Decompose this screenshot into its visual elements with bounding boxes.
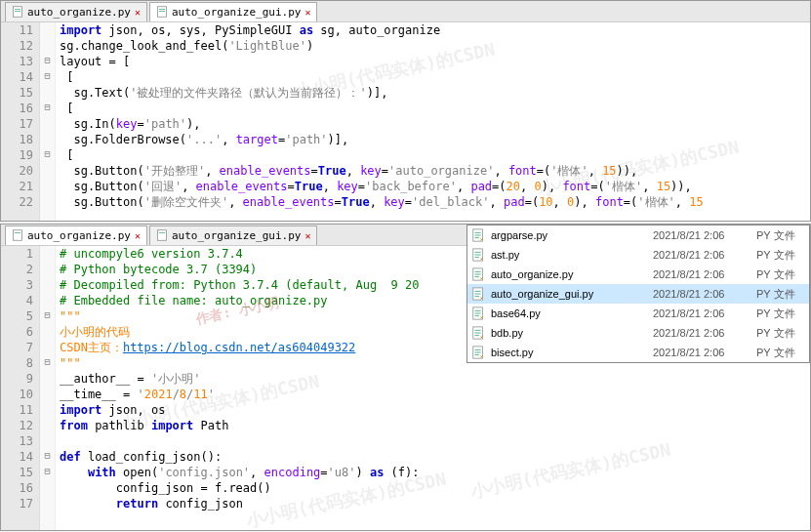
- line-gutter: 1234567891011121314151617: [1, 246, 40, 530]
- file-type: PY 文件: [756, 307, 805, 321]
- python-file-icon: [156, 229, 168, 241]
- tab-auto-organize[interactable]: auto_organize.py ✕: [5, 2, 147, 21]
- code-line[interactable]: sg.Button('开始整理', enable_events=True, ke…: [60, 163, 810, 179]
- code-line[interactable]: import json, os, sys, PySimpleGUI as sg,…: [60, 22, 810, 38]
- file-type: PY 文件: [756, 228, 805, 243]
- file-date: 2021/8/21 2:06: [653, 229, 750, 241]
- code-area[interactable]: import json, os, sys, PySimpleGUI as sg,…: [56, 22, 810, 221]
- file-name: ast.py: [491, 249, 647, 261]
- code-line[interactable]: sg.Button('删除空文件夹', enable_events=True, …: [60, 194, 810, 210]
- file-date: 2021/8/21 2:06: [653, 347, 750, 358]
- file-type: PY 文件: [756, 346, 805, 360]
- file-row[interactable]: base64.py2021/8/21 2:06PY 文件: [467, 304, 809, 323]
- tab-label: auto_organize.py: [27, 229, 131, 242]
- code-line[interactable]: [60, 433, 810, 449]
- code-line[interactable]: import json, os: [60, 402, 810, 418]
- svg-rect-8: [158, 230, 167, 241]
- close-icon[interactable]: ✕: [304, 230, 310, 241]
- file-date: 2021/8/21 2:06: [653, 327, 750, 339]
- file-name: bisect.py: [491, 347, 647, 358]
- file-name: base64.py: [491, 307, 647, 319]
- svg-rect-4: [159, 9, 165, 10]
- file-row[interactable]: bisect.py2021/8/21 2:06PY 文件: [467, 343, 809, 362]
- file-explorer-popup: argparse.py2021/8/21 2:06PY 文件ast.py2021…: [466, 225, 810, 363]
- code-line[interactable]: def load_config_json():: [60, 449, 810, 465]
- svg-rect-6: [14, 230, 22, 241]
- file-type: PY 文件: [756, 267, 805, 282]
- code-line[interactable]: sg.Button('回退', enable_events=True, key=…: [60, 179, 810, 194]
- tab-auto-organize-gui[interactable]: auto_organize_gui.py ✕: [149, 2, 317, 21]
- svg-rect-1: [15, 9, 20, 10]
- file-name: auto_organize_gui.py: [491, 288, 647, 300]
- code-line[interactable]: __time__ = '2021/8/11': [60, 387, 810, 402]
- fold-column[interactable]: ⊟⊟⊟⊟: [40, 22, 56, 221]
- file-name: argparse.py: [491, 229, 647, 241]
- file-row[interactable]: argparse.py2021/8/21 2:06PY 文件: [467, 225, 809, 245]
- line-gutter: 111213141516171819202122: [1, 22, 40, 221]
- code-line[interactable]: with open('config.json', encoding='u8') …: [60, 465, 810, 480]
- python-file-icon: [471, 228, 485, 242]
- file-row[interactable]: ast.py2021/8/21 2:06PY 文件: [467, 245, 809, 265]
- tab-label: auto_organize_gui.py: [172, 229, 301, 242]
- file-name: auto_organize.py: [491, 268, 647, 280]
- python-file-icon: [156, 6, 168, 18]
- tab-auto-organize-b[interactable]: auto_organize.py ✕: [5, 225, 147, 245]
- file-date: 2021/8/21 2:06: [653, 268, 750, 280]
- close-icon[interactable]: ✕: [135, 230, 141, 241]
- python-file-icon: [471, 267, 485, 281]
- python-file-icon: [12, 229, 23, 241]
- code-line[interactable]: [: [60, 147, 810, 163]
- code-line[interactable]: sg.FolderBrowse('...', target='path')],: [60, 132, 810, 147]
- python-file-icon: [471, 287, 485, 301]
- python-file-icon: [471, 326, 485, 340]
- file-date: 2021/8/21 2:06: [653, 288, 750, 300]
- code-line[interactable]: [: [60, 101, 810, 116]
- editor-area-top[interactable]: 111213141516171819202122 ⊟⊟⊟⊟ import jso…: [1, 22, 810, 221]
- file-type: PY 文件: [756, 326, 805, 341]
- code-line[interactable]: return config_json: [60, 496, 810, 512]
- file-name: bdb.py: [491, 327, 647, 339]
- code-line[interactable]: config_json = f.read(): [60, 480, 810, 496]
- code-line[interactable]: [: [60, 69, 810, 85]
- tab-label: auto_organize.py: [27, 6, 131, 19]
- file-date: 2021/8/21 2:06: [653, 307, 750, 319]
- svg-rect-2: [15, 11, 20, 12]
- tabbar-top: auto_organize.py ✕ auto_organize_gui.py …: [1, 1, 810, 22]
- close-icon[interactable]: ✕: [135, 7, 141, 18]
- svg-rect-7: [15, 232, 20, 233]
- file-row[interactable]: bdb.py2021/8/21 2:06PY 文件: [467, 323, 809, 343]
- code-line[interactable]: layout = [: [60, 54, 810, 69]
- code-line[interactable]: __author__ = '小小明': [60, 371, 810, 387]
- file-type: PY 文件: [756, 287, 805, 302]
- file-date: 2021/8/21 2:06: [653, 249, 750, 261]
- code-line[interactable]: sg.Text('被处理的文件夹路径（默认为当前路径）：')],: [60, 85, 810, 101]
- python-file-icon: [471, 248, 485, 262]
- svg-rect-5: [159, 11, 165, 12]
- python-file-icon: [12, 6, 23, 18]
- python-file-icon: [471, 307, 485, 320]
- code-line[interactable]: sg.change_look_and_feel('LightBlue'): [60, 38, 810, 54]
- code-line[interactable]: sg.In(key='path'),: [60, 116, 810, 132]
- svg-rect-9: [159, 232, 165, 233]
- code-line[interactable]: from pathlib import Path: [60, 418, 810, 433]
- file-type: PY 文件: [756, 248, 805, 263]
- file-row[interactable]: auto_organize_gui.py2021/8/21 2:06PY 文件: [467, 284, 809, 304]
- tab-auto-organize-gui-b[interactable]: auto_organize_gui.py ✕: [149, 225, 317, 245]
- fold-column[interactable]: ⊟⊟⊟⊟: [40, 246, 56, 530]
- tab-label: auto_organize_gui.py: [172, 6, 301, 19]
- file-row[interactable]: auto_organize.py2021/8/21 2:06PY 文件: [467, 265, 809, 284]
- python-file-icon: [471, 346, 485, 359]
- editor-pane-top: auto_organize.py ✕ auto_organize_gui.py …: [0, 0, 811, 222]
- close-icon[interactable]: ✕: [304, 7, 310, 18]
